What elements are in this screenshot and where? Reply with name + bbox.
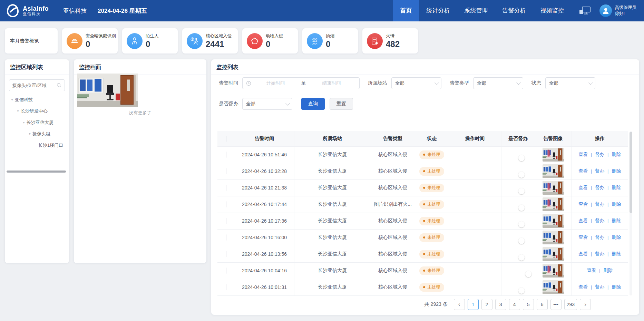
stat-card-4[interactable]: AAAAAAAAA抽烟0 [302, 28, 358, 54]
tree-node-4[interactable]: 长沙1楼门口 [5, 139, 69, 151]
action-link-1[interactable]: 督办 [595, 202, 604, 207]
alert-image-thumbnail[interactable] [543, 247, 564, 261]
tree-node-2[interactable]: ▾长沙亚信大厦 [5, 117, 69, 128]
action-link-1[interactable]: 督办 [595, 185, 604, 190]
camera-search-box[interactable] [9, 79, 65, 91]
stat-card-value: 0 [326, 39, 334, 49]
page-button-5[interactable]: 5 [523, 299, 534, 310]
action-link-0[interactable]: 查看 [578, 284, 588, 290]
row-checkbox[interactable] [226, 251, 226, 257]
action-link-0[interactable]: 查看 [578, 202, 588, 207]
action-link-1[interactable]: 督办 [595, 152, 604, 157]
tree-expand-icon[interactable]: ▾ [21, 120, 27, 124]
column-header-2: 告警类型 [371, 131, 415, 146]
action-link-1[interactable]: 督办 [595, 284, 604, 290]
navbar: AsiaInfo 亚信科技 亚信科技 2024-04-26 星期五 首页统计分析… [0, 0, 644, 21]
station-select[interactable]: 全部 [391, 77, 441, 89]
alert-time-range-picker[interactable]: 开始时间 至 结束时间 [242, 77, 360, 89]
nav-item-0[interactable]: 首页 [393, 0, 419, 21]
action-link-1[interactable]: 督办 [595, 218, 604, 223]
row-checkbox[interactable] [226, 185, 226, 191]
action-link-0[interactable]: 查看 [587, 268, 596, 273]
action-link-1[interactable]: 督办 [595, 168, 604, 174]
page-button-293[interactable]: 293 [564, 299, 577, 310]
tree-expand-icon[interactable]: ▾ [27, 132, 32, 136]
table-scrollbar[interactable] [630, 131, 632, 295]
nav-item-2[interactable]: 系统管理 [457, 0, 495, 21]
search-icon [57, 83, 61, 88]
nav-item-3[interactable]: 告警分析 [495, 0, 533, 21]
camera-search-input[interactable] [12, 83, 57, 88]
alert-image-thumbnail[interactable] [543, 148, 564, 162]
search-button[interactable]: 查询 [301, 98, 325, 110]
action-link-0[interactable]: 查看 [578, 185, 588, 190]
row-checkbox[interactable] [226, 234, 226, 241]
tree-expand-icon[interactable]: ▾ [15, 109, 21, 113]
stat-card-0[interactable]: 安全帽佩戴识别0 [62, 28, 118, 54]
stat-card-5[interactable]: 火情482 [362, 28, 418, 54]
status-select[interactable]: 全部 [545, 77, 595, 89]
nav-item-4[interactable]: 视频监控 [533, 0, 571, 21]
page-ellipsis[interactable]: ••• [550, 299, 562, 310]
action-link-2[interactable]: 删除 [612, 185, 621, 190]
page-button-1[interactable]: 1 [468, 299, 479, 310]
action-link-2[interactable]: 删除 [612, 168, 621, 174]
alert-image-thumbnail[interactable] [543, 231, 564, 244]
row-checkbox[interactable] [226, 152, 226, 158]
alert-image-thumbnail[interactable] [543, 214, 564, 228]
alert-image-thumbnail[interactable] [543, 280, 564, 294]
action-link-1[interactable]: 督办 [595, 251, 604, 256]
action-link-2[interactable]: 删除 [612, 202, 621, 207]
stat-card-2[interactable]: 核心区域入侵2441 [182, 28, 238, 54]
page-button-6[interactable]: 6 [537, 299, 548, 310]
supervise-select[interactable]: 全部 [242, 98, 292, 110]
row-checkbox[interactable] [226, 218, 226, 224]
start-time-placeholder[interactable]: 开始时间 [251, 80, 300, 86]
alert-image-thumbnail[interactable] [543, 181, 564, 195]
page-button-3[interactable]: 3 [495, 299, 506, 310]
alert-image-thumbnail[interactable] [543, 197, 564, 211]
chevron-down-icon [435, 80, 439, 85]
select-all-checkbox[interactable] [226, 136, 226, 142]
action-link-1[interactable]: 督办 [595, 235, 604, 240]
tree-expand-icon[interactable]: ▾ [9, 98, 15, 101]
action-link-2[interactable]: 删除 [612, 218, 621, 223]
action-link-0[interactable]: 查看 [578, 152, 588, 157]
tree-node-0[interactable]: ▾亚信科技 [5, 94, 69, 105]
video-wall-button[interactable] [579, 6, 591, 16]
action-link-2[interactable]: 删除 [612, 284, 621, 290]
month-overview-title: 本月告警概览 [10, 38, 39, 44]
reset-button[interactable]: 重置 [330, 98, 353, 110]
sidebar-scrollbar[interactable] [7, 171, 66, 173]
action-link-0[interactable]: 查看 [578, 168, 588, 174]
action-link-1[interactable]: 删除 [603, 268, 613, 273]
tree-node-3[interactable]: ▾摄像头组 [5, 128, 69, 139]
page-button-2[interactable]: 2 [481, 299, 492, 310]
prev-page-button[interactable]: ‹ [454, 299, 465, 310]
action-link-2[interactable]: 删除 [612, 235, 621, 240]
alert-image-thumbnail[interactable] [543, 164, 564, 178]
action-link-2[interactable]: 删除 [612, 251, 621, 256]
user-avatar[interactable] [599, 4, 612, 17]
alert-image-thumbnail[interactable] [543, 264, 564, 278]
row-checkbox[interactable] [226, 168, 226, 174]
row-checkbox[interactable] [226, 268, 226, 274]
end-time-placeholder[interactable]: 结束时间 [307, 80, 356, 86]
action-link-2[interactable]: 删除 [612, 152, 621, 157]
row-checkbox[interactable] [226, 201, 226, 207]
camera-thumbnail[interactable] [77, 74, 138, 107]
tree-node-1[interactable]: ▾长沙研发中心 [5, 105, 69, 117]
action-link-0[interactable]: 查看 [578, 251, 588, 256]
next-page-button[interactable]: › [580, 299, 591, 310]
page-button-4[interactable]: 4 [509, 299, 520, 310]
stat-card-3[interactable]: 动物入侵0 [242, 28, 298, 54]
nav-item-1[interactable]: 统计分析 [419, 0, 457, 21]
row-checkbox[interactable] [226, 284, 226, 290]
action-link-0[interactable]: 查看 [578, 235, 588, 240]
stat-card-1[interactable]: 陌生人0 [122, 28, 178, 54]
alert-time-cell: 2024-04-26 10:17:36 [235, 213, 294, 229]
toggle-knob [518, 288, 525, 294]
user-role: 高级管理员 [615, 5, 637, 11]
alert-type-select[interactable]: 全部 [473, 77, 523, 89]
action-link-0[interactable]: 查看 [578, 218, 588, 223]
